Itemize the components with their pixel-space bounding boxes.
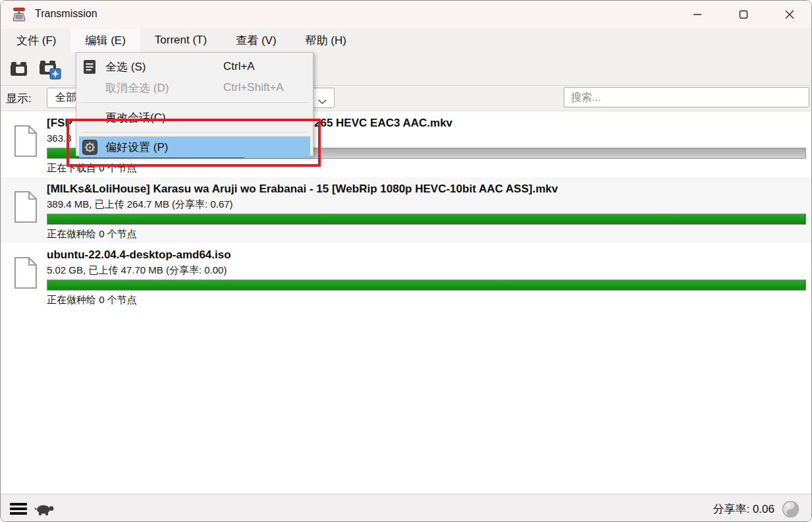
progress-fill — [47, 280, 805, 290]
torrent-name: [MILKs&LoliHouse] Karasu wa Aruji wo Era… — [47, 183, 558, 196]
transmission-logo-icon — [11, 7, 27, 25]
file-icon — [14, 125, 38, 160]
torrent-row[interactable]: [MILKs&LoliHouse] Karasu wa Aruji wo Era… — [1, 177, 811, 243]
progress-fill — [47, 214, 805, 224]
ratio-label: 分享率: 0.06 — [713, 502, 774, 517]
file-icon — [14, 256, 38, 292]
ratio-icon[interactable] — [782, 500, 799, 521]
maximize-button[interactable] — [728, 1, 759, 28]
filter-dropdown-value: 全部 — [55, 91, 76, 105]
titlebar: Transmission — [1, 1, 811, 28]
torrent-row[interactable]: ubuntu-22.04.4-desktop-amd64.iso 5.02 GB… — [1, 243, 811, 309]
preferences-gear-icon — [82, 139, 97, 155]
file-icon — [14, 190, 38, 226]
torrent-status: 正在下载自 0 个节点 — [47, 162, 137, 175]
status-bar: 分享率: 0.06 — [1, 494, 811, 522]
torrent-info: 363.8 — [47, 132, 72, 144]
menu-view[interactable]: 查看 (V) — [221, 28, 290, 52]
shortcut-label: Ctrl+Shift+A — [223, 81, 284, 94]
progress-bar — [47, 279, 806, 291]
torrent-status: 正在做种给 0 个节点 — [47, 294, 137, 306]
torrent-name: [FSP 265 HEVC EAC3 AAC.mkv — [47, 117, 72, 130]
transmission-window: Transmission 文件 (F) 编辑 (E) Torrent (T) 查… — [0, 0, 812, 522]
shortcut-label: Ctrl+A — [223, 60, 255, 73]
menu-item-deselect-all[interactable]: 取消全选 (D) Ctrl+Shift+A — [76, 77, 313, 98]
torrent-status: 正在做种给 0 个节点 — [47, 228, 137, 241]
chevron-down-icon — [317, 96, 327, 107]
menu-item-preferences[interactable]: 偏好设置 (P) — [79, 136, 310, 158]
turtle-speed-limit-icon[interactable] — [34, 502, 56, 520]
menu-help[interactable]: 帮助 (H) — [291, 28, 361, 52]
torrent-info: 5.02 GB, 已上传 47.70 MB (分享率: 0.00) — [47, 264, 227, 277]
menu-edit[interactable]: 编辑 (E) — [70, 28, 140, 52]
menu-file[interactable]: 文件 (F) — [2, 28, 70, 52]
menu-separator — [81, 132, 308, 132]
torrent-name: ubuntu-22.04.4-desktop-amd64.iso — [47, 248, 231, 262]
close-button[interactable] — [774, 1, 805, 28]
options-menu-icon[interactable] — [10, 503, 27, 515]
menu-separator — [81, 102, 308, 103]
edit-menu-popup: 全选 (S) Ctrl+A 取消全选 (D) Ctrl+Shift+A 更改会话… — [76, 52, 313, 156]
select-all-icon — [82, 59, 97, 74]
open-new-torrent-icon — [37, 57, 62, 84]
minimize-button[interactable] — [682, 1, 713, 28]
open-torrent-button[interactable] — [6, 58, 32, 83]
show-label: 显示: — [6, 91, 32, 106]
torrent-info: 389.4 MB, 已上传 264.7 MB (分享率: 0.67) — [47, 198, 233, 211]
menu-torrent[interactable]: Torrent (T) — [140, 28, 221, 52]
menu-item-change-session[interactable]: 更改会话(C)... — [76, 107, 313, 128]
search-input[interactable] — [564, 87, 809, 107]
menu-item-select-all[interactable]: 全选 (S) Ctrl+A — [76, 56, 313, 77]
torrent-list: [FSP 265 HEVC EAC3 AAC.mkv 363.8 正在下载自 0… — [1, 111, 811, 494]
progress-bar — [47, 214, 806, 225]
open-torrent-icon — [8, 58, 30, 83]
open-new-torrent-button[interactable] — [36, 58, 63, 83]
window-title: Transmission — [35, 8, 97, 20]
menubar: 文件 (F) 编辑 (E) Torrent (T) 查看 (V) 帮助 (H) — [1, 28, 811, 52]
